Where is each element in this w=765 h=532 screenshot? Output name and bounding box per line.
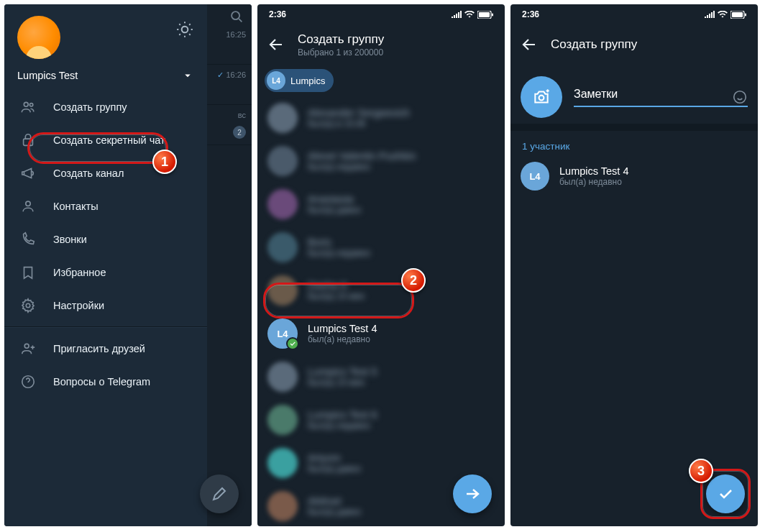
panel-1-drawer: 2:36 Lumpics Test Создать группу — [4, 4, 252, 526]
menu-invite[interactable]: Пригласить друзей — [4, 332, 207, 365]
chat-peek-item[interactable]: 16:25 — [207, 24, 252, 65]
status-bar: 2:36 — [510, 4, 758, 24]
app-bar: Создать группу — [510, 24, 758, 65]
svg-rect-13 — [479, 12, 490, 17]
contact-status: был(а) недавно — [308, 334, 377, 344]
back-button[interactable] — [267, 36, 285, 53]
unread-badge: 2 — [233, 126, 246, 139]
lock-icon — [20, 132, 36, 148]
appbar-title: Создать группу — [551, 37, 637, 52]
svg-rect-16 — [732, 12, 743, 17]
group-photo-button[interactable] — [521, 76, 562, 118]
svg-point-3 — [182, 27, 188, 33]
member-name: Lumpics Test 4 — [559, 165, 628, 177]
contact-item[interactable]: Dasha Kбыл(а) 15 мин — [257, 269, 505, 312]
contact-list[interactable]: Alexander Sergeevichбыл(а) в 15.08 Alexe… — [257, 96, 505, 526]
member-item[interactable]: L4 Lumpics Test 4 был(а) недавно — [510, 156, 758, 196]
group-name-value: Заметки — [574, 88, 748, 106]
svg-rect-17 — [745, 13, 746, 16]
menu-separator — [4, 326, 207, 328]
chat-time: вс — [238, 111, 246, 119]
pencil-icon — [211, 485, 228, 503]
battery-icon — [730, 11, 746, 19]
menu-create-group[interactable]: Создать группу — [4, 91, 207, 124]
svg-rect-6 — [24, 139, 33, 145]
panel-3-group-setup: 2:36 Создать группу Заметки 1 участник L… — [510, 4, 758, 526]
panel-2-select-members: 2:36 Создать группу Выбрано 1 из 200000 … — [257, 4, 505, 526]
svg-point-11 — [232, 12, 239, 19]
menu-label: Создать канал — [53, 168, 124, 179]
step-badge: 3 — [689, 459, 713, 483]
member-avatar: L4 — [521, 162, 549, 191]
menu-label: Настройки — [53, 300, 104, 311]
chat-peek-list: 16:25 ✓ 16:26 вс 2 — [207, 24, 252, 145]
svg-point-18 — [539, 96, 544, 101]
menu-create-channel[interactable]: Создать канал — [4, 157, 207, 190]
contact-item-selected[interactable]: L4 Lumpics Test 4 был(а) недавно — [257, 312, 505, 355]
drawer-menu-secondary: Пригласить друзей Вопросы о Telegram — [4, 332, 207, 398]
svg-point-7 — [26, 201, 30, 206]
status-icons — [705, 11, 746, 19]
menu-contacts[interactable]: Контакты — [4, 190, 207, 223]
selected-chips: L4 Lumpics — [257, 65, 505, 96]
menu-saved[interactable]: Избранное — [4, 256, 207, 289]
emoji-icon[interactable] — [732, 89, 748, 108]
compose-fab[interactable] — [200, 474, 239, 513]
chevron-down-icon — [181, 69, 194, 82]
member-status: был(а) недавно — [559, 177, 628, 187]
bookmark-icon — [20, 265, 36, 280]
theme-toggle-icon[interactable] — [175, 20, 194, 39]
status-time: 2:36 — [269, 9, 286, 19]
help-icon — [20, 374, 36, 390]
menu-calls[interactable]: Звонки — [4, 223, 207, 256]
contact-item[interactable]: Lumpics Test 6был(а) недавно — [257, 398, 505, 441]
gear-icon — [20, 298, 36, 313]
drawer-header — [4, 4, 207, 66]
next-fab[interactable] — [453, 474, 492, 513]
group-name-input[interactable]: Заметки — [574, 88, 748, 107]
chat-time: 16:25 — [226, 30, 246, 39]
status-icons — [452, 11, 493, 19]
status-bar: 2:36 — [257, 4, 505, 24]
svg-point-4 — [24, 102, 28, 106]
chat-peek-item[interactable]: вс 2 — [207, 105, 252, 145]
svg-point-8 — [26, 303, 30, 308]
check-icon — [286, 337, 299, 350]
arrow-right-icon — [464, 485, 481, 503]
menu-label: Создать группу — [53, 101, 127, 113]
group-icon — [20, 99, 36, 115]
svg-point-19 — [734, 91, 746, 103]
contact-name: Lumpics Test 4 — [308, 323, 377, 334]
menu-faq[interactable]: Вопросы о Telegram — [4, 365, 207, 398]
account-switcher[interactable]: Lumpics Test — [4, 66, 207, 91]
appbar-subtitle: Выбрано 1 из 200000 — [298, 47, 384, 58]
contact-item[interactable]: Lumpics Test 5был(а) 15 мин — [257, 355, 505, 398]
drawer-panel: Lumpics Test Создать группу Создать секр… — [4, 4, 207, 526]
contact-item[interactable]: Borisбыл(а) недавно — [257, 226, 505, 269]
menu-secret-chat[interactable]: Создать секретный чат — [4, 124, 207, 157]
person-icon — [20, 198, 36, 214]
phone-icon — [20, 231, 36, 247]
app-bar: Создать группу Выбрано 1 из 200000 — [257, 24, 505, 65]
appbar-titles: Создать группу Выбрано 1 из 200000 — [298, 32, 384, 58]
battery-icon — [477, 11, 493, 19]
member-chip[interactable]: L4 Lumpics — [265, 69, 334, 92]
megaphone-icon — [20, 165, 36, 181]
contact-avatar: L4 — [267, 318, 298, 349]
input-underline — [574, 106, 748, 107]
wifi-icon — [718, 11, 728, 18]
back-button[interactable] — [521, 36, 538, 53]
menu-settings[interactable]: Настройки — [4, 289, 207, 322]
contact-item[interactable]: Alexei Valentin Pushkinбыл(а) недавно — [257, 139, 505, 183]
appbar-titles: Создать группу — [551, 37, 637, 52]
chat-peek-item[interactable]: ✓ 16:26 — [207, 65, 252, 105]
appbar-title: Создать группу — [298, 32, 384, 47]
group-setup-row: Заметки — [510, 65, 758, 124]
avatar[interactable] — [17, 16, 60, 59]
contact-item[interactable]: Anastasiaбыл(а) давно — [257, 183, 505, 226]
menu-label: Пригласить друзей — [53, 343, 145, 354]
confirm-fab[interactable] — [706, 474, 745, 513]
menu-label: Вопросы о Telegram — [53, 376, 150, 387]
contact-item[interactable]: Alexander Sergeevichбыл(а) в 15.08 — [257, 96, 505, 139]
account-name: Lumpics Test — [17, 70, 78, 81]
